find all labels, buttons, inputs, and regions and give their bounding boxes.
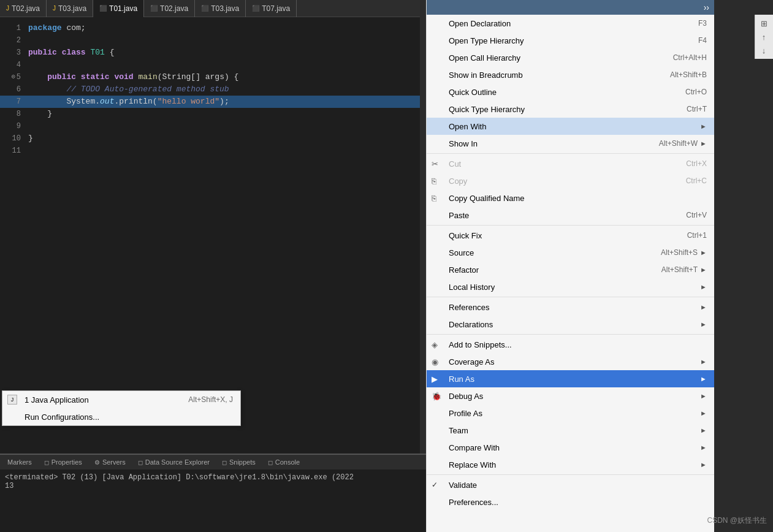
submenu-arrow-icon: ► — [700, 392, 707, 400]
code-line-2: 2 — [0, 34, 420, 47]
menu-item-open-call-hierarchy[interactable]: Open Call Hierarchy Ctrl+Alt+H — [427, 49, 714, 66]
code-line-7: 7 System.out.println("hello world"); — [0, 96, 420, 108]
code-editor[interactable]: 1 package com; 2 3 public class T01 { 4 … — [0, 17, 420, 162]
code-line-10: 10 } — [0, 132, 420, 145]
menu-item-compare-with[interactable]: Compare With ► — [427, 439, 714, 456]
submenu-arrow-icon: ► — [700, 461, 707, 468]
submenu-arrow-icon: ► — [700, 375, 707, 382]
code-line-1: 1 package com; — [0, 22, 420, 34]
run-icon: ▶ — [432, 374, 438, 384]
menu-item-run-as[interactable]: ▶ Run As ► — [427, 370, 714, 387]
editor-area: J T02.java J T03.java ⬛ T01.java ⬛ T02.j… — [0, 0, 420, 532]
java-file-icon: ⬛ — [201, 5, 208, 12]
menu-item-debug-as[interactable]: 🐞 Debug As ► — [427, 387, 714, 405]
copy2-icon: ⎘ — [432, 194, 436, 203]
menu-item-quick-outline[interactable]: Quick Outline Ctrl+O — [427, 83, 714, 101]
menu-item-coverage-as[interactable]: ◉ Coverage As ► — [427, 353, 714, 370]
submenu-arrow-icon: ► — [700, 427, 707, 434]
coverage-icon: ◉ — [432, 357, 438, 367]
menu-item-source[interactable]: Source Alt+Shift+S ► — [427, 244, 714, 261]
cut-icon: ✂ — [432, 159, 438, 169]
context-menu: ›› Open Declaration F3 Open Type Hierarc… — [426, 0, 714, 532]
bottom-panel: Markers ◻ Properties ⚙ Servers ◻ Data So… — [0, 454, 426, 532]
run-as-submenu: J 1 Java Application Alt+Shift+X, J Run … — [2, 390, 241, 426]
right-top-bar: ›› — [427, 0, 714, 15]
tab-t07[interactable]: ⬛ T07.java — [246, 0, 297, 17]
menu-item-cut[interactable]: ✂ Cut Ctrl+X — [427, 155, 714, 172]
java-file-icon: ⬛ — [99, 5, 107, 12]
console-result: 13 — [5, 482, 421, 490]
java-file-icon: ⬛ — [252, 5, 259, 12]
panel-icon-2[interactable]: ↑ — [756, 31, 771, 43]
menu-item-copy-qualified-name[interactable]: ⎘ Copy Qualified Name — [427, 189, 714, 207]
submenu-arrow-icon: ► — [700, 303, 707, 311]
bottom-tab-servers[interactable]: ⚙ Servers — [89, 457, 131, 467]
check-icon: ✓ — [432, 481, 438, 489]
menu-item-declarations[interactable]: Declarations ► — [427, 316, 714, 333]
java-file-icon: J — [53, 5, 56, 12]
java-file-icon: J — [6, 5, 9, 12]
menu-item-quick-fix[interactable]: Quick Fix Ctrl+1 — [427, 227, 714, 244]
menu-item-team[interactable]: Team ► — [427, 422, 714, 439]
menu-item-validate[interactable]: ✓ Validate — [427, 476, 714, 493]
submenu-item-run-configurations[interactable]: Run Configurations... — [2, 408, 240, 425]
separator-5 — [427, 474, 714, 475]
code-line-4: 4 — [0, 59, 420, 71]
menu-item-show-in[interactable]: Show In Alt+Shift+W ► — [427, 135, 714, 152]
watermark: CSDN @妖怪书生 — [707, 515, 767, 526]
separator-4 — [427, 334, 714, 335]
snippet-icon: ◈ — [432, 340, 438, 349]
java-app-icon: J — [7, 395, 17, 405]
bottom-tab-bar: Markers ◻ Properties ⚙ Servers ◻ Data So… — [0, 455, 426, 469]
menu-item-copy[interactable]: ⎘ Copy Ctrl+C — [427, 172, 714, 189]
menu-item-open-type-hierarchy[interactable]: Open Type Hierarchy F4 — [427, 32, 714, 49]
menu-item-local-history[interactable]: Local History ► — [427, 278, 714, 295]
java-file-icon: ⬛ — [150, 5, 158, 12]
menu-item-profile-as[interactable]: Profile As ► — [427, 405, 714, 422]
menu-item-add-to-snippets[interactable]: ◈ Add to Snippets... — [427, 336, 714, 353]
menu-item-references[interactable]: References ► — [427, 298, 714, 316]
bottom-tab-console[interactable]: ◻ Console — [263, 457, 305, 467]
menu-item-open-with[interactable]: Open With ► — [427, 118, 714, 135]
right-panel-toolbar: ⊞ ↑ ↓ — [755, 15, 773, 59]
bottom-tab-datasource[interactable]: ◻ Data Source Explorer — [133, 457, 215, 467]
submenu-arrow-icon: ► — [700, 123, 707, 130]
debug-icon: 🐞 — [432, 392, 441, 401]
separator-1 — [427, 153, 714, 154]
bottom-content: <terminated> T02 (13) [Java Application]… — [0, 469, 426, 494]
code-line-5: ⊙5 public static void main(String[] args… — [0, 71, 420, 83]
submenu-arrow-icon: ► — [700, 266, 707, 273]
menu-item-paste[interactable]: Paste Ctrl+V — [427, 207, 714, 224]
code-line-6: 6 // TODO Auto-generated method stub — [0, 83, 420, 96]
separator-3 — [427, 297, 714, 297]
copy-icon: ⎘ — [432, 177, 436, 186]
tab-t03-1[interactable]: J T03.java — [47, 0, 93, 17]
submenu-arrow-icon: ► — [700, 409, 707, 417]
menu-item-show-in-breadcrumb[interactable]: Show in Breadcrumb Alt+Shift+B — [427, 66, 714, 83]
minimize-icon[interactable]: ›› — [701, 2, 712, 12]
menu-item-refactor[interactable]: Refactor Alt+Shift+T ► — [427, 261, 714, 278]
separator-2 — [427, 225, 714, 226]
menu-item-preferences[interactable]: Preferences... — [427, 493, 714, 511]
panel-icon-1[interactable]: ⊞ — [756, 17, 771, 29]
menu-item-quick-type-hierarchy[interactable]: Quick Type Hierarchy Ctrl+T — [427, 101, 714, 118]
tab-t03-2[interactable]: ⬛ T03.java — [195, 0, 246, 17]
tab-t01[interactable]: ⬛ T01.java — [93, 0, 144, 17]
code-line-9: 9 — [0, 120, 420, 132]
menu-item-open-declaration[interactable]: Open Declaration F3 — [427, 15, 714, 32]
panel-icon-3[interactable]: ↓ — [756, 44, 771, 56]
code-line-11: 11 — [0, 145, 420, 157]
code-line-3: 3 public class T01 { — [0, 47, 420, 59]
bottom-tab-properties[interactable]: ◻ Properties — [39, 457, 87, 467]
submenu-arrow-icon: ► — [700, 283, 707, 291]
tab-bar: J T02.java J T03.java ⬛ T01.java ⬛ T02.j… — [0, 0, 420, 17]
submenu-arrow-icon: ► — [700, 444, 707, 451]
bottom-tab-snippets[interactable]: ◻ Snippets — [217, 457, 261, 467]
submenu-item-java-application[interactable]: J 1 Java Application Alt+Shift+X, J — [2, 391, 240, 408]
submenu-arrow-icon: ► — [700, 358, 707, 365]
menu-item-replace-with[interactable]: Replace With ► — [427, 456, 714, 473]
tab-t02-1[interactable]: J T02.java — [0, 0, 47, 17]
tab-t02-2[interactable]: ⬛ T02.java — [144, 0, 195, 17]
bottom-tab-markers[interactable]: Markers — [2, 457, 37, 467]
submenu-arrow-icon: ► — [700, 321, 707, 328]
